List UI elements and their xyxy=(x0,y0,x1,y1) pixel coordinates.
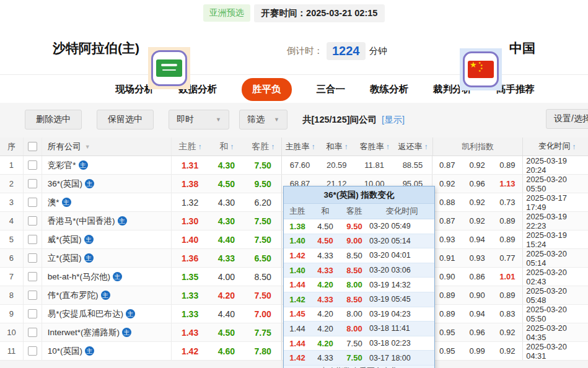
instant-dropdown[interactable]: 即时 ▼ xyxy=(169,110,229,129)
row-seq: 3 xyxy=(0,193,24,211)
odds-cell[interactable]: 4.60 xyxy=(208,342,245,360)
row-checkbox[interactable] xyxy=(28,328,37,337)
home-badge-icon: 主 xyxy=(101,291,110,300)
kelly-cell: 0.92 xyxy=(492,342,522,360)
flag-sword-mark xyxy=(162,69,176,71)
col-label: 返还率 xyxy=(398,141,423,152)
odds-cell[interactable]: 1.40 xyxy=(172,230,208,248)
nav-tab[interactable]: 三合一 xyxy=(317,83,346,96)
odds-cell[interactable]: 1.38 xyxy=(172,175,208,193)
select-all-checkbox[interactable] xyxy=(28,142,37,151)
odds-cell[interactable]: 1.43 xyxy=(172,323,208,341)
odds-cell[interactable]: 4.40 xyxy=(208,230,245,248)
odds-cell[interactable]: 7.50 xyxy=(245,156,281,174)
popup-odds-cell: 7.50 xyxy=(340,353,369,362)
col-return-rate[interactable]: 返还率 ↑ xyxy=(394,138,432,156)
home-badge-icon: 主 xyxy=(62,198,71,207)
table-row[interactable]: 1竞彩官*主1.314.307.5067.6020.5911.8188.550.… xyxy=(0,156,588,175)
odds-cell[interactable]: 1.31 xyxy=(172,156,208,174)
filter-dropdown[interactable]: 筛选 ▼ xyxy=(239,110,287,129)
league-badge: 亚洲预选 xyxy=(203,4,250,22)
col-away-rate[interactable]: 客胜率 ↑ xyxy=(356,138,394,156)
odds-cell[interactable]: 4.50 xyxy=(208,323,245,341)
odds-cell[interactable]: 4.30 xyxy=(208,156,245,174)
odds-cell[interactable]: 7.50 xyxy=(245,286,281,304)
popup-odds-cell: 4.20 xyxy=(311,280,340,289)
col-draw[interactable]: 和 ↑ xyxy=(208,138,245,156)
odds-cell[interactable]: 4.50 xyxy=(208,175,245,193)
col-home-rate[interactable]: 主胜率 ↑ xyxy=(281,138,318,156)
company-name: 澳* xyxy=(48,197,59,208)
popup-odds-cell: 1.42 xyxy=(284,353,311,362)
sort-up-icon: ↑ xyxy=(198,142,201,151)
kelly-cell: 0.89 xyxy=(492,212,522,230)
odds-cell[interactable]: 7.75 xyxy=(245,323,281,341)
col-company[interactable]: 所有公司 ▼ xyxy=(42,138,172,156)
odds-cell[interactable]: 9.50 xyxy=(245,175,281,193)
col-seq: 序 xyxy=(0,138,24,156)
odds-cell[interactable]: 1.33 xyxy=(172,305,208,323)
odds-cell[interactable]: 7.00 xyxy=(245,305,281,323)
row-checkbox[interactable] xyxy=(28,216,37,226)
col-label: 客胜 xyxy=(252,141,269,152)
row-checkbox[interactable] xyxy=(28,160,37,170)
odds-cell[interactable]: 1.30 xyxy=(172,212,208,230)
keep-selected-button[interactable]: 保留选中 xyxy=(97,110,154,129)
company-name: 香港马*(中国香港) xyxy=(48,216,115,227)
col-home-win[interactable]: 主胜 ↑ xyxy=(172,138,208,156)
kelly-cell: 0.92 xyxy=(432,175,462,193)
col-away-win[interactable]: 客胜 ↑ xyxy=(245,138,281,156)
odds-cell[interactable]: 4.30 xyxy=(208,193,245,211)
start-time: 开赛时间：2025-03-21 02:15 xyxy=(254,4,385,22)
filter-dropdown-value: 筛选 xyxy=(247,114,265,125)
delete-selected-button[interactable]: 删除选中 xyxy=(25,110,82,129)
nav-tab[interactable]: 胜平负 xyxy=(242,78,292,101)
odds-cell[interactable]: 1.36 xyxy=(172,249,208,267)
companies-count: 共[125/125]间公司 xyxy=(302,114,377,126)
popup-row: 1.444.208.0003-18 11:41 xyxy=(284,322,434,336)
odds-cell[interactable]: 4.20 xyxy=(208,286,245,304)
odds-cell[interactable]: 4.30 xyxy=(208,212,245,230)
odds-cell[interactable]: 4.40 xyxy=(208,305,245,323)
odds-cell[interactable]: 7.80 xyxy=(245,342,281,360)
row-checkbox[interactable] xyxy=(28,309,37,318)
odds-cell[interactable]: 1.42 xyxy=(172,342,208,360)
odds-cell[interactable]: 4.33 xyxy=(208,249,245,267)
row-checkbox[interactable] xyxy=(28,235,37,244)
settings-select-button[interactable]: 设置/选择 xyxy=(546,109,588,129)
kelly-cell: 0.87 xyxy=(432,156,462,174)
row-checkbox[interactable] xyxy=(28,198,37,207)
odds-cell[interactable]: 7.50 xyxy=(245,212,281,230)
odds-cell[interactable]: 1.33 xyxy=(172,286,208,304)
home-flag-frame xyxy=(151,50,187,86)
popup-odds-cell: 8.00 xyxy=(340,309,369,318)
change-time: 2025-03-20 04:35 xyxy=(522,323,588,341)
row-checkbox[interactable] xyxy=(28,179,37,188)
home-badge-icon: 主 xyxy=(126,309,135,318)
row-checkbox[interactable] xyxy=(28,291,37,300)
popup-odds-cell: 4.20 xyxy=(311,339,340,348)
odds-cell[interactable]: 6.20 xyxy=(245,193,281,211)
col-draw-rate[interactable]: 和率 ↑ xyxy=(318,138,356,156)
sort-up-icon: ↑ xyxy=(344,142,348,151)
odds-cell[interactable]: 7.50 xyxy=(245,230,281,248)
top-strip: 亚洲预选 开赛时间：2025-03-21 02:15 xyxy=(0,0,588,22)
popup-odds-cell: 7.50 xyxy=(340,339,369,348)
nav-tab[interactable]: 高手推荐 xyxy=(496,83,535,96)
popup-odds-cell: 1.40 xyxy=(284,236,311,245)
home-badge-icon: 主 xyxy=(84,253,94,263)
nav-tab[interactable]: 教练分析 xyxy=(370,83,408,96)
change-time: 2025-03-19 22:23 xyxy=(522,212,588,230)
odds-cell[interactable]: 1.32 xyxy=(172,193,208,211)
row-checkbox[interactable] xyxy=(28,253,37,263)
odds-cell[interactable]: 8.50 xyxy=(245,268,281,286)
popup-row: 1.444.207.5003-18 02:23 xyxy=(284,336,434,351)
kelly-cell: 0.94 xyxy=(462,305,493,323)
odds-cell[interactable]: 4.00 xyxy=(208,268,245,286)
odds-cell[interactable]: 1.35 xyxy=(172,268,208,286)
col-change-time[interactable]: 变化时间 ↑ xyxy=(522,138,588,156)
odds-cell[interactable]: 6.50 xyxy=(245,249,281,267)
row-checkbox[interactable] xyxy=(28,346,37,356)
row-checkbox[interactable] xyxy=(28,272,37,281)
show-link[interactable]: [显示] xyxy=(382,114,405,126)
